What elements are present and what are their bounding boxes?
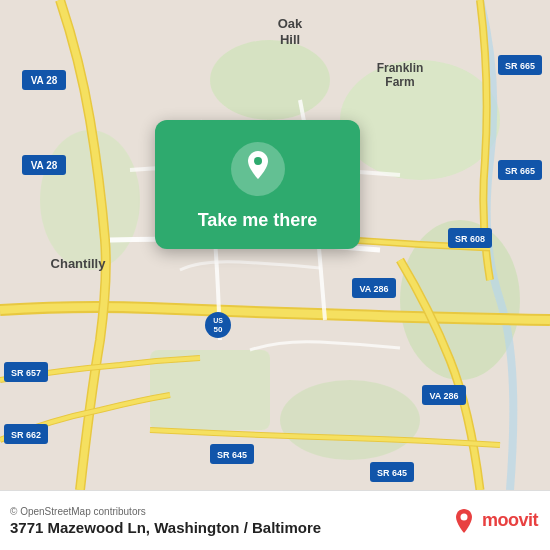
svg-point-1 (340, 60, 500, 180)
bottom-bar: © OpenStreetMap contributors 3771 Mazewo… (0, 490, 550, 550)
svg-point-6 (280, 380, 420, 460)
svg-text:SR 645: SR 645 (377, 468, 407, 478)
moovit-icon (450, 507, 478, 535)
pin-icon-wrapper (231, 142, 285, 196)
map-container: VA 28 VA 28 SR 665 SR 665 SR 608 US 50 V… (0, 0, 550, 490)
svg-text:SR 645: SR 645 (217, 450, 247, 460)
svg-text:SR 665: SR 665 (505, 166, 535, 176)
address-label: 3771 Mazewood Ln, Washington / Baltimore (10, 519, 321, 536)
action-card[interactable]: Take me there (155, 120, 360, 249)
svg-text:VA 28: VA 28 (31, 75, 58, 86)
svg-text:Chantilly: Chantilly (51, 256, 107, 271)
svg-text:VA 28: VA 28 (31, 160, 58, 171)
svg-point-37 (254, 157, 262, 165)
svg-text:SR 608: SR 608 (455, 234, 485, 244)
location-pin-icon (243, 151, 273, 187)
svg-text:Oak: Oak (278, 16, 303, 31)
moovit-brand-text: moovit (482, 510, 538, 531)
svg-text:US: US (213, 317, 223, 324)
svg-text:VA 286: VA 286 (359, 284, 388, 294)
svg-point-4 (210, 40, 330, 120)
svg-text:Franklin: Franklin (377, 61, 424, 75)
bottom-info: © OpenStreetMap contributors 3771 Mazewo… (10, 506, 321, 536)
take-me-there-button[interactable]: Take me there (198, 210, 318, 231)
svg-text:SR 657: SR 657 (11, 368, 41, 378)
svg-text:SR 665: SR 665 (505, 61, 535, 71)
svg-text:SR 662: SR 662 (11, 430, 41, 440)
svg-point-38 (460, 513, 467, 520)
moovit-logo: moovit (450, 507, 538, 535)
map-attribution: © OpenStreetMap contributors (10, 506, 321, 517)
svg-text:Farm: Farm (385, 75, 414, 89)
svg-text:Hill: Hill (280, 32, 300, 47)
svg-text:50: 50 (214, 325, 223, 334)
svg-text:VA 286: VA 286 (429, 391, 458, 401)
